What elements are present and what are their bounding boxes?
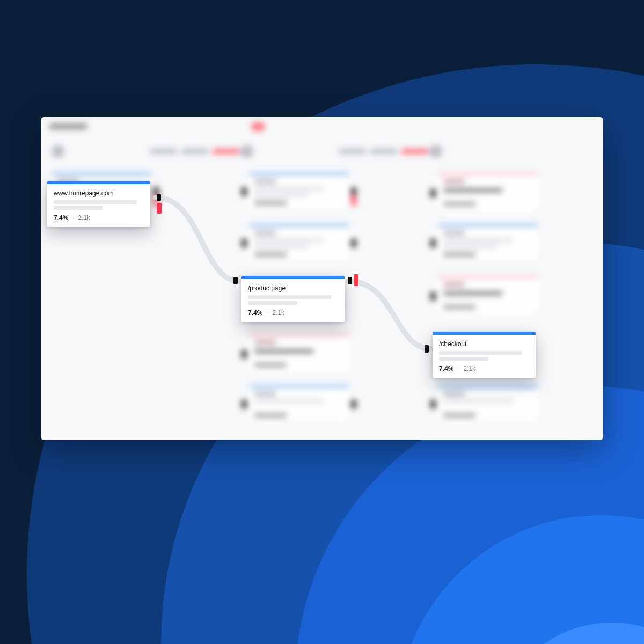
flow-node-checkout[interactable]: /checkout 7.4% · 2.1k (433, 332, 536, 378)
node-title: /checkout (439, 340, 529, 348)
node-handle[interactable] (425, 345, 429, 353)
node-stats: 7.4% · 2.1k (54, 214, 144, 222)
flow-panel: www.homepage.com 7.4% · 2.1k /productpag… (41, 117, 603, 440)
flow-node-productpage[interactable]: /productpage 7.4% · 2.1k (241, 276, 345, 322)
stat-separator: · (72, 214, 74, 222)
placeholder-line (248, 301, 297, 305)
node-count: 2.1k (78, 214, 90, 222)
stat-separator: · (267, 309, 268, 317)
node-handle-exit[interactable] (354, 274, 358, 286)
node-title: www.homepage.com (54, 189, 144, 197)
stat-separator: · (458, 365, 459, 372)
placeholder-line (439, 351, 522, 355)
node-title: /productpage (248, 284, 338, 292)
placeholder-line (54, 200, 137, 204)
placeholder-line (248, 295, 331, 299)
node-percent: 7.4% (439, 365, 453, 372)
node-handle[interactable] (157, 194, 161, 201)
node-percent: 7.4% (54, 214, 68, 222)
node-stats: 7.4% · 2.1k (439, 365, 529, 372)
placeholder-line (439, 357, 488, 361)
node-handle[interactable] (348, 277, 352, 284)
node-handle-exit[interactable] (157, 203, 162, 214)
node-stats: 7.4% · 2.1k (248, 309, 338, 317)
node-percent: 7.4% (248, 309, 262, 317)
flow-node-homepage[interactable]: www.homepage.com 7.4% · 2.1k (47, 181, 150, 227)
node-count: 2.1k (463, 365, 475, 372)
node-count: 2.1k (272, 309, 284, 317)
placeholder-line (54, 206, 103, 210)
node-handle[interactable] (233, 277, 238, 284)
